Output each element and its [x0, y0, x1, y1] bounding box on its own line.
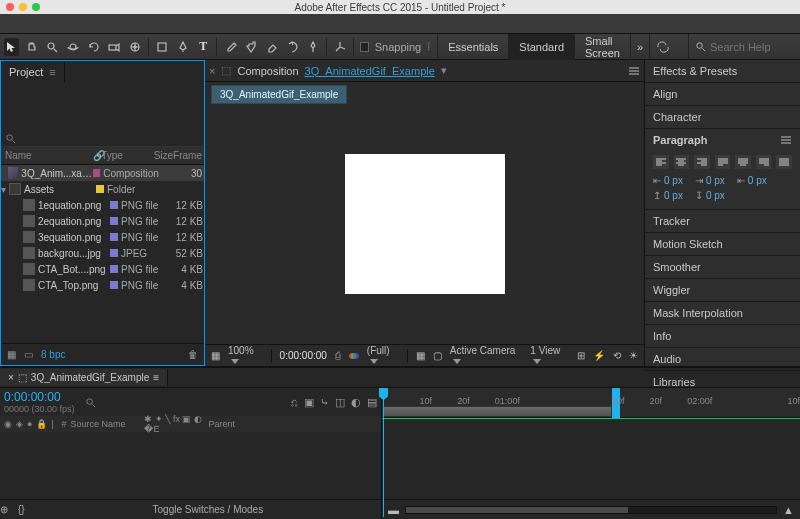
pixel-aspect-icon[interactable]: ⊞: [577, 350, 585, 361]
comp-tab-lock-icon[interactable]: ⬚: [221, 64, 231, 77]
toggle-switches-button[interactable]: Toggle Switches / Modes: [35, 504, 381, 515]
camera-tool-icon[interactable]: [107, 38, 122, 56]
timeline-search-icon[interactable]: [85, 397, 96, 408]
panel-tracker[interactable]: Tracker: [645, 210, 800, 232]
help-search-input[interactable]: [710, 41, 790, 53]
delete-icon[interactable]: 🗑: [188, 349, 198, 360]
workspace-sync-icon[interactable]: [649, 34, 676, 60]
search-icon[interactable]: [5, 133, 16, 144]
camera-dropdown[interactable]: Active Camera: [450, 345, 523, 367]
menu-bar[interactable]: [0, 14, 800, 34]
zoom-dropdown[interactable]: 100%: [228, 345, 263, 367]
time-navigator[interactable]: [405, 506, 777, 514]
transparency-grid-icon[interactable]: ▦: [416, 350, 425, 361]
justify-last-left-icon[interactable]: [715, 155, 731, 169]
snapshot-icon[interactable]: ⎙: [335, 350, 341, 361]
shape-tool-icon[interactable]: [155, 38, 170, 56]
panel-audio[interactable]: Audio: [645, 348, 800, 370]
exposure-icon[interactable]: ☀: [629, 350, 638, 361]
zoom-out-icon[interactable]: ▬: [388, 504, 399, 516]
space-after[interactable]: ↧0 px: [695, 190, 725, 201]
pan-behind-tool-icon[interactable]: [127, 38, 142, 56]
workspace-overflow[interactable]: »: [630, 34, 649, 60]
space-before[interactable]: ↥0 px: [653, 190, 683, 201]
panel-info[interactable]: Info: [645, 325, 800, 347]
snapping-checkbox[interactable]: [360, 42, 368, 52]
clone-tool-icon[interactable]: [244, 38, 259, 56]
zoom-in-icon[interactable]: ▲: [783, 504, 794, 516]
zoom-tool-icon[interactable]: [45, 38, 60, 56]
shy-icon[interactable]: ⤷: [320, 396, 329, 409]
region-icon[interactable]: ▦: [211, 350, 220, 361]
justify-all-icon[interactable]: [776, 155, 792, 169]
project-item-file[interactable]: 2equation.png PNG file 12 KB: [1, 213, 204, 229]
panel-character[interactable]: Character: [645, 106, 800, 128]
project-item-file[interactable]: 3equation.png PNG file 12 KB: [1, 229, 204, 245]
bpc-toggle[interactable]: 8 bpc: [41, 349, 65, 360]
comp-lock-icon[interactable]: ⬚: [18, 372, 27, 383]
align-left-icon[interactable]: [653, 155, 669, 169]
panel-motion-sketch[interactable]: Motion Sketch: [645, 233, 800, 255]
help-search[interactable]: [688, 34, 796, 60]
project-item-file[interactable]: 1equation.png PNG file 12 KB: [1, 197, 204, 213]
timeline-tab[interactable]: × ⬚ 3Q_AnimatedGif_Example ≡: [0, 369, 168, 386]
expand-transform-icon[interactable]: ⊕: [0, 504, 8, 515]
graph-editor-icon[interactable]: ▤: [367, 396, 377, 409]
fast-preview-icon[interactable]: ⚡: [593, 350, 605, 361]
panel-effects-presets[interactable]: Effects & Presets: [645, 60, 800, 82]
panel-align[interactable]: Align: [645, 83, 800, 105]
align-right-icon[interactable]: [694, 155, 710, 169]
project-item-file[interactable]: backgrou...jpg JPEG 52 KB: [1, 245, 204, 261]
resolution-dropdown[interactable]: (Full): [367, 345, 399, 367]
local-axis-icon[interactable]: [333, 38, 348, 56]
project-item-file[interactable]: CTA_Top.png PNG file 4 KB: [1, 277, 204, 293]
type-tool-icon[interactable]: T: [196, 38, 211, 56]
panel-paragraph[interactable]: Paragraph: [645, 129, 800, 151]
bracket-icon[interactable]: {}: [18, 504, 25, 515]
project-item-file[interactable]: CTA_Bot....png PNG file 4 KB: [1, 261, 204, 277]
roto-tool-icon[interactable]: [285, 38, 300, 56]
current-timecode[interactable]: 0:00:00:00: [4, 390, 75, 404]
orbit-tool-icon[interactable]: [66, 38, 81, 56]
selection-tool[interactable]: [4, 38, 19, 56]
project-tab[interactable]: Project≡: [1, 62, 65, 82]
comp-mini-flow-icon[interactable]: ⎌: [291, 396, 298, 409]
layer-list[interactable]: [0, 418, 382, 499]
workspace-small-screen[interactable]: Small Screen: [574, 34, 630, 60]
rotate-tool-icon[interactable]: [86, 38, 101, 56]
panel-mask-interpolation[interactable]: Mask Interpolation: [645, 302, 800, 324]
composition-name-link[interactable]: 3Q_AnimatedGif_Example: [305, 65, 435, 77]
timeline-tracks[interactable]: [382, 418, 800, 499]
eraser-tool-icon[interactable]: [264, 38, 279, 56]
view-layout-dropdown[interactable]: 1 View: [530, 345, 569, 367]
interpret-footage-icon[interactable]: ▦: [7, 349, 16, 360]
project-item-folder[interactable]: ▾ Assets Folder: [1, 181, 204, 197]
indent-left[interactable]: ⇤0 px: [653, 175, 683, 186]
composition-viewer[interactable]: [205, 104, 644, 344]
composition-canvas[interactable]: [345, 154, 505, 294]
workspace-essentials[interactable]: Essentials: [437, 34, 508, 60]
show-channel-icon[interactable]: [349, 351, 359, 361]
composition-subtab[interactable]: 3Q_AnimatedGif_Example: [211, 85, 347, 104]
draft3d-icon[interactable]: ▣: [304, 396, 314, 409]
brush-tool-icon[interactable]: [223, 38, 238, 56]
panel-smoother[interactable]: Smoother: [645, 256, 800, 278]
pin-tool-icon[interactable]: [306, 38, 321, 56]
justify-last-right-icon[interactable]: [756, 155, 772, 169]
motion-blur-icon[interactable]: ◐: [351, 396, 361, 409]
frame-blend-icon[interactable]: ◫: [335, 396, 345, 409]
pen-tool-icon[interactable]: [175, 38, 190, 56]
hand-tool-icon[interactable]: [25, 38, 40, 56]
indent-first[interactable]: ⇥0 px: [695, 175, 725, 186]
time-ruler[interactable]: 10f 20f 01:00f 10f 20f 02:00f 10f: [382, 388, 800, 417]
mask-toggle-icon[interactable]: ▢: [433, 350, 442, 361]
align-center-icon[interactable]: [674, 155, 690, 169]
justify-last-center-icon[interactable]: [735, 155, 751, 169]
new-folder-icon[interactable]: ▭: [24, 349, 33, 360]
workspace-standard[interactable]: Standard: [508, 34, 574, 60]
project-item-composition[interactable]: 3Q_Anim...xample Composition 30: [1, 165, 204, 181]
timecode-field[interactable]: 0:00:00:00: [280, 350, 327, 361]
timeline-sync-icon[interactable]: ⟲: [613, 350, 621, 361]
panel-wiggler[interactable]: Wiggler: [645, 279, 800, 301]
indent-right[interactable]: ⇤0 px: [737, 175, 767, 186]
